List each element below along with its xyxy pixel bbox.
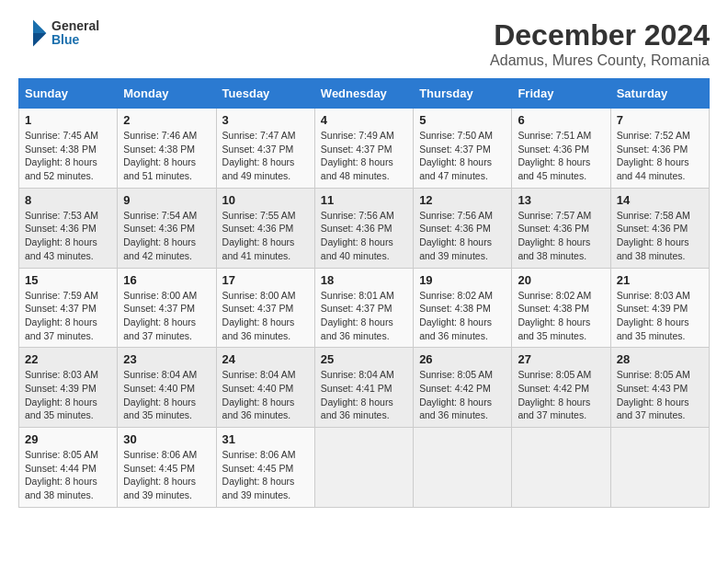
day-number: 6	[518, 113, 604, 127]
week-row-2: 8Sunrise: 7:53 AM Sunset: 4:36 PM Daylig…	[19, 188, 710, 268]
calendar-header-row: SundayMondayTuesdayWednesdayThursdayFrid…	[19, 79, 710, 109]
day-cell: 14Sunrise: 7:58 AM Sunset: 4:36 PM Dayli…	[610, 188, 709, 268]
day-number: 25	[321, 352, 407, 366]
day-cell: 16Sunrise: 8:00 AM Sunset: 4:37 PM Dayli…	[118, 268, 216, 348]
day-cell	[512, 428, 610, 508]
logo-text: General Blue	[51, 19, 99, 48]
day-info: Sunrise: 8:04 AM Sunset: 4:40 PM Dayligh…	[222, 368, 309, 422]
day-info: Sunrise: 8:03 AM Sunset: 4:39 PM Dayligh…	[617, 289, 703, 343]
day-cell: 11Sunrise: 7:56 AM Sunset: 4:36 PM Dayli…	[314, 188, 413, 268]
day-number: 1	[25, 113, 111, 127]
day-number: 29	[25, 432, 111, 446]
day-number: 18	[321, 273, 407, 287]
subtitle: Adamus, Mures County, Romania	[490, 52, 710, 69]
day-number: 21	[617, 273, 703, 287]
day-info: Sunrise: 7:52 AM Sunset: 4:36 PM Dayligh…	[617, 129, 703, 183]
day-info: Sunrise: 7:58 AM Sunset: 4:36 PM Dayligh…	[617, 209, 703, 263]
calendar: SundayMondayTuesdayWednesdayThursdayFrid…	[18, 78, 710, 508]
logo-icon	[18, 18, 48, 48]
day-cell	[610, 428, 709, 508]
day-cell: 8Sunrise: 7:53 AM Sunset: 4:36 PM Daylig…	[19, 188, 118, 268]
day-info: Sunrise: 8:02 AM Sunset: 4:38 PM Dayligh…	[518, 289, 604, 343]
week-row-3: 15Sunrise: 7:59 AM Sunset: 4:37 PM Dayli…	[19, 268, 710, 348]
logo-general: General	[51, 19, 99, 33]
day-cell: 2Sunrise: 7:46 AM Sunset: 4:38 PM Daylig…	[118, 109, 216, 189]
day-cell: 24Sunrise: 8:04 AM Sunset: 4:40 PM Dayli…	[216, 348, 314, 428]
day-number: 4	[321, 113, 407, 127]
svg-marker-0	[33, 20, 46, 33]
day-info: Sunrise: 8:06 AM Sunset: 4:45 PM Dayligh…	[222, 448, 309, 502]
day-cell: 9Sunrise: 7:54 AM Sunset: 4:36 PM Daylig…	[118, 188, 216, 268]
day-number: 16	[123, 273, 210, 287]
day-info: Sunrise: 8:05 AM Sunset: 4:42 PM Dayligh…	[419, 368, 506, 422]
day-number: 2	[123, 113, 210, 127]
day-number: 3	[222, 113, 309, 127]
day-info: Sunrise: 7:55 AM Sunset: 4:36 PM Dayligh…	[222, 209, 309, 263]
day-info: Sunrise: 7:46 AM Sunset: 4:38 PM Dayligh…	[123, 129, 210, 183]
day-number: 12	[419, 193, 506, 207]
day-info: Sunrise: 8:05 AM Sunset: 4:44 PM Dayligh…	[25, 448, 111, 502]
day-cell: 20Sunrise: 8:02 AM Sunset: 4:38 PM Dayli…	[512, 268, 610, 348]
day-number: 24	[222, 352, 309, 366]
day-number: 11	[321, 193, 407, 207]
header-tuesday: Tuesday	[216, 79, 314, 109]
day-number: 9	[123, 193, 210, 207]
day-info: Sunrise: 8:06 AM Sunset: 4:45 PM Dayligh…	[123, 448, 210, 502]
day-number: 14	[617, 193, 703, 207]
day-info: Sunrise: 7:59 AM Sunset: 4:37 PM Dayligh…	[25, 289, 111, 343]
day-info: Sunrise: 7:56 AM Sunset: 4:36 PM Dayligh…	[321, 209, 407, 263]
day-cell: 17Sunrise: 8:00 AM Sunset: 4:37 PM Dayli…	[216, 268, 314, 348]
svg-marker-1	[33, 33, 46, 46]
day-cell: 5Sunrise: 7:50 AM Sunset: 4:37 PM Daylig…	[414, 109, 512, 189]
day-cell: 31Sunrise: 8:06 AM Sunset: 4:45 PM Dayli…	[216, 428, 314, 508]
day-info: Sunrise: 8:00 AM Sunset: 4:37 PM Dayligh…	[222, 289, 309, 343]
header: General Blue December 2024 Adamus, Mures…	[18, 18, 710, 69]
day-number: 17	[222, 273, 309, 287]
day-cell: 13Sunrise: 7:57 AM Sunset: 4:36 PM Dayli…	[512, 188, 610, 268]
day-info: Sunrise: 8:04 AM Sunset: 4:41 PM Dayligh…	[321, 368, 407, 422]
day-number: 26	[419, 352, 506, 366]
header-monday: Monday	[118, 79, 216, 109]
day-cell: 23Sunrise: 8:04 AM Sunset: 4:40 PM Dayli…	[118, 348, 216, 428]
day-number: 20	[518, 273, 604, 287]
day-info: Sunrise: 7:51 AM Sunset: 4:36 PM Dayligh…	[518, 129, 604, 183]
day-info: Sunrise: 8:02 AM Sunset: 4:38 PM Dayligh…	[419, 289, 506, 343]
day-cell: 19Sunrise: 8:02 AM Sunset: 4:38 PM Dayli…	[414, 268, 512, 348]
header-thursday: Thursday	[414, 79, 512, 109]
day-number: 22	[25, 352, 111, 366]
day-number: 28	[617, 352, 703, 366]
day-info: Sunrise: 8:03 AM Sunset: 4:39 PM Dayligh…	[25, 368, 111, 422]
logo: General Blue	[18, 18, 99, 48]
day-cell: 7Sunrise: 7:52 AM Sunset: 4:36 PM Daylig…	[610, 109, 709, 189]
week-row-1: 1Sunrise: 7:45 AM Sunset: 4:38 PM Daylig…	[19, 109, 710, 189]
day-number: 15	[25, 273, 111, 287]
main-title: December 2024	[490, 18, 710, 52]
day-info: Sunrise: 7:50 AM Sunset: 4:37 PM Dayligh…	[419, 129, 506, 183]
day-cell: 29Sunrise: 8:05 AM Sunset: 4:44 PM Dayli…	[19, 428, 118, 508]
day-cell: 21Sunrise: 8:03 AM Sunset: 4:39 PM Dayli…	[610, 268, 709, 348]
day-number: 27	[518, 352, 604, 366]
day-cell: 22Sunrise: 8:03 AM Sunset: 4:39 PM Dayli…	[19, 348, 118, 428]
day-info: Sunrise: 8:00 AM Sunset: 4:37 PM Dayligh…	[123, 289, 210, 343]
header-wednesday: Wednesday	[314, 79, 413, 109]
day-info: Sunrise: 7:49 AM Sunset: 4:37 PM Dayligh…	[321, 129, 407, 183]
day-info: Sunrise: 8:04 AM Sunset: 4:40 PM Dayligh…	[123, 368, 210, 422]
header-saturday: Saturday	[610, 79, 709, 109]
day-cell	[414, 428, 512, 508]
day-cell: 6Sunrise: 7:51 AM Sunset: 4:36 PM Daylig…	[512, 109, 610, 189]
day-info: Sunrise: 7:53 AM Sunset: 4:36 PM Dayligh…	[25, 209, 111, 263]
day-info: Sunrise: 7:57 AM Sunset: 4:36 PM Dayligh…	[518, 209, 604, 263]
day-info: Sunrise: 8:01 AM Sunset: 4:37 PM Dayligh…	[321, 289, 407, 343]
week-row-5: 29Sunrise: 8:05 AM Sunset: 4:44 PM Dayli…	[19, 428, 710, 508]
day-info: Sunrise: 7:47 AM Sunset: 4:37 PM Dayligh…	[222, 129, 309, 183]
day-cell	[314, 428, 413, 508]
logo-blue: Blue	[51, 33, 99, 47]
day-number: 31	[222, 432, 309, 446]
day-info: Sunrise: 7:56 AM Sunset: 4:36 PM Dayligh…	[419, 209, 506, 263]
day-info: Sunrise: 7:45 AM Sunset: 4:38 PM Dayligh…	[25, 129, 111, 183]
day-cell: 10Sunrise: 7:55 AM Sunset: 4:36 PM Dayli…	[216, 188, 314, 268]
day-number: 13	[518, 193, 604, 207]
day-number: 8	[25, 193, 111, 207]
header-friday: Friday	[512, 79, 610, 109]
day-cell: 18Sunrise: 8:01 AM Sunset: 4:37 PM Dayli…	[314, 268, 413, 348]
